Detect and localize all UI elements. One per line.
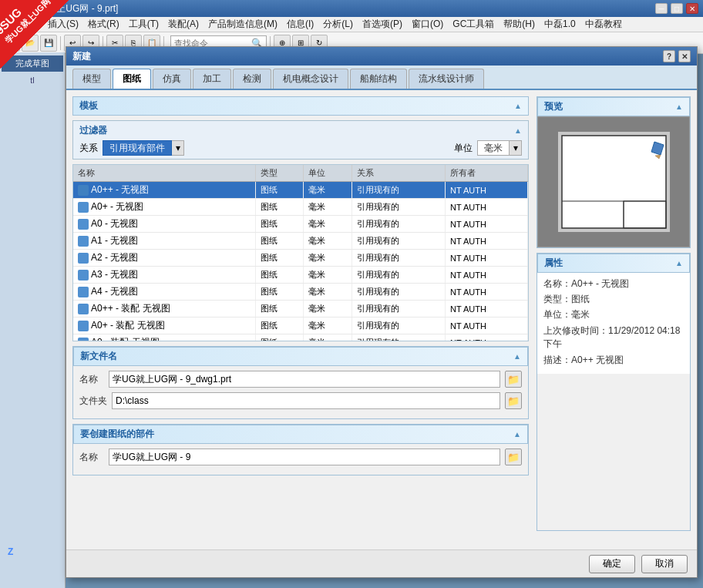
minimize-btn[interactable]: ─ — [655, 3, 668, 14]
cell-owner: NT AUTH — [446, 182, 528, 199]
sep1 — [60, 36, 61, 50]
table-row[interactable]: A2 - 无视图 图纸 毫米 引用现有的 NT AUTH — [73, 250, 528, 267]
cell-relation: 引用现有的 — [352, 182, 445, 199]
cell-type: 图纸 — [255, 284, 304, 301]
name-row: 名称 📁 — [79, 371, 522, 388]
properties-header: 属性 ▲ — [537, 254, 690, 273]
svg-rect-1 — [562, 136, 666, 228]
cell-name: A0+ - 装配 无视图 — [73, 318, 255, 334]
col-owner: 所有者 — [446, 165, 528, 182]
table-row[interactable]: A1 - 无视图 图纸 毫米 引用现有的 NT AUTH — [73, 233, 528, 250]
left-panel-complete[interactable]: 完成草图 — [2, 55, 63, 72]
folder-browse-btn[interactable]: 📁 — [505, 392, 522, 409]
cell-relation: 引用现有的 — [352, 199, 445, 216]
menu-tools[interactable]: 工具(T) — [124, 17, 163, 32]
cell-relation: 引用现有的 — [352, 233, 445, 250]
name-browse-btn[interactable]: 📁 — [505, 371, 522, 388]
menu-help[interactable]: 帮助(H) — [499, 17, 540, 32]
cell-name: A3 - 无视图 — [73, 267, 255, 284]
cell-relation: 引用现有的 — [352, 284, 445, 301]
menu-info[interactable]: 信息(I) — [282, 17, 318, 32]
row-icon — [78, 219, 89, 230]
tab-mechatronics[interactable]: 机电概念设计 — [273, 69, 348, 89]
name-label: 名称 — [79, 373, 104, 386]
open-btn[interactable]: 📂 — [22, 35, 39, 52]
cell-owner: NT AUTH — [446, 250, 528, 267]
part-header: 要创建图纸的部件 ▲ — [73, 425, 528, 444]
folder-icon: 📁 — [507, 374, 520, 385]
cancel-button[interactable]: 取消 — [641, 555, 688, 573]
ok-button[interactable]: 确定 — [589, 555, 635, 573]
tab-model[interactable]: 模型 — [72, 69, 111, 89]
cell-name: A0 - 装配 无视图 — [73, 334, 255, 342]
name-input[interactable] — [109, 371, 500, 388]
table-row[interactable]: A0+ - 无视图 图纸 毫米 引用现有的 NT AUTH — [73, 199, 528, 216]
cell-owner: NT AUTH — [446, 233, 528, 250]
tab-shipbuilding[interactable]: 船舶结构 — [350, 69, 407, 89]
part-name-label: 名称 — [79, 451, 104, 464]
properties-section: 属性 ▲ 名称：A0++ - 无视图 类型：图纸 单位：毫米 上次修改时间：11… — [536, 253, 691, 531]
dialog-help-btn[interactable]: ? — [663, 50, 675, 62]
col-name: 名称 — [73, 165, 255, 182]
template-table-wrap: 名称 类型 单位 关系 所有者 A0++ - 无视图 图纸 毫米 — [72, 164, 529, 341]
menu-format[interactable]: 格式(R) — [83, 17, 124, 32]
menu-zhonglei1[interactable]: 中磊1.0 — [540, 17, 580, 32]
new-file-content: 名称 📁 文件夹 📁 — [73, 366, 528, 418]
tab-pipeline[interactable]: 流水线设计师 — [409, 69, 484, 89]
dialog-title-bar: 新建 ? ✕ — [66, 47, 697, 66]
unit-dropdown-btn[interactable]: ▾ — [510, 140, 522, 156]
cell-unit: 毫米 — [304, 199, 352, 216]
menu-window[interactable]: 窗口(O) — [407, 17, 448, 32]
cell-owner: NT AUTH — [446, 318, 528, 334]
left-content: 模板 ▲ 过滤器 ▲ 关系 引用现有部件 ▾ — [72, 96, 529, 531]
cell-type: 图纸 — [255, 334, 304, 342]
relation-dropdown-btn[interactable]: ▾ — [172, 140, 184, 156]
tab-inspection[interactable]: 检测 — [233, 69, 271, 89]
cell-relation: 引用现有的 — [352, 318, 445, 334]
dialog-close-btn[interactable]: ✕ — [678, 50, 691, 62]
close-btn[interactable]: ✕ — [686, 3, 698, 14]
cell-relation: 引用现有的 — [352, 250, 445, 267]
menu-assemble[interactable]: 装配(A) — [163, 17, 204, 32]
tab-machining[interactable]: 加工 — [193, 69, 231, 89]
cell-owner: NT AUTH — [446, 267, 528, 284]
properties-content: 名称：A0++ - 无视图 类型：图纸 单位：毫米 上次修改时间：11/29/2… — [537, 273, 690, 374]
table-row[interactable]: A0++ - 装配 无视图 图纸 毫米 引用现有的 NT AUTH — [73, 301, 528, 318]
cell-relation: 引用现有的 — [352, 216, 445, 233]
col-relation: 关系 — [352, 165, 445, 182]
cell-type: 图纸 — [255, 301, 304, 318]
menu-pmi[interactable]: 产品制造信息(M) — [204, 17, 282, 32]
menu-zhonglei-tutorial[interactable]: 中磊教程 — [580, 17, 627, 32]
table-row[interactable]: A3 - 无视图 图纸 毫米 引用现有的 NT AUTH — [73, 267, 528, 284]
relation-value: 引用现有部件 — [103, 140, 172, 156]
dialog-title-text: 新建 — [72, 50, 91, 63]
part-browse-btn[interactable]: 📁 — [505, 449, 522, 465]
table-row[interactable]: A0+ - 装配 无视图 图纸 毫米 引用现有的 NT AUTH — [73, 318, 528, 334]
tab-drawing[interactable]: 图纸 — [113, 69, 151, 89]
table-row[interactable]: A0++ - 无视图 图纸 毫米 引用现有的 NT AUTH — [73, 182, 528, 199]
cell-unit: 毫米 — [304, 334, 352, 342]
properties-label: 属性 — [544, 257, 563, 270]
prop-type: 类型：图纸 — [543, 293, 684, 306]
row-icon — [78, 287, 89, 297]
col-unit: 单位 — [304, 165, 352, 182]
menu-gc[interactable]: GC工具箱 — [448, 17, 499, 32]
menu-view[interactable]: 视图(V) — [3, 17, 43, 32]
preview-box — [537, 116, 690, 247]
table-row[interactable]: A0 - 无视图 图纸 毫米 引用现有的 NT AUTH — [73, 216, 528, 233]
new-btn[interactable]: 🗋 — [3, 35, 20, 52]
tab-simulation[interactable]: 仿真 — [153, 69, 191, 89]
table-row[interactable]: A4 - 无视图 图纸 毫米 引用现有的 NT AUTH — [73, 284, 528, 301]
menu-preferences[interactable]: 首选项(P) — [358, 17, 407, 32]
cell-unit: 毫米 — [304, 216, 352, 233]
relation-label: 关系 — [79, 142, 98, 155]
menu-analysis[interactable]: 分析(L) — [318, 17, 358, 32]
menu-insert[interactable]: 插入(S) — [43, 17, 83, 32]
table-row[interactable]: A0 - 装配 无视图 图纸 毫米 引用现有的 NT AUTH — [73, 334, 528, 342]
cell-type: 图纸 — [255, 182, 304, 199]
cell-name: A1 - 无视图 — [73, 233, 255, 250]
save-btn[interactable]: 💾 — [40, 35, 57, 52]
part-name-input[interactable] — [109, 449, 500, 465]
folder-input[interactable] — [112, 392, 500, 409]
maximize-btn[interactable]: □ — [671, 3, 683, 14]
